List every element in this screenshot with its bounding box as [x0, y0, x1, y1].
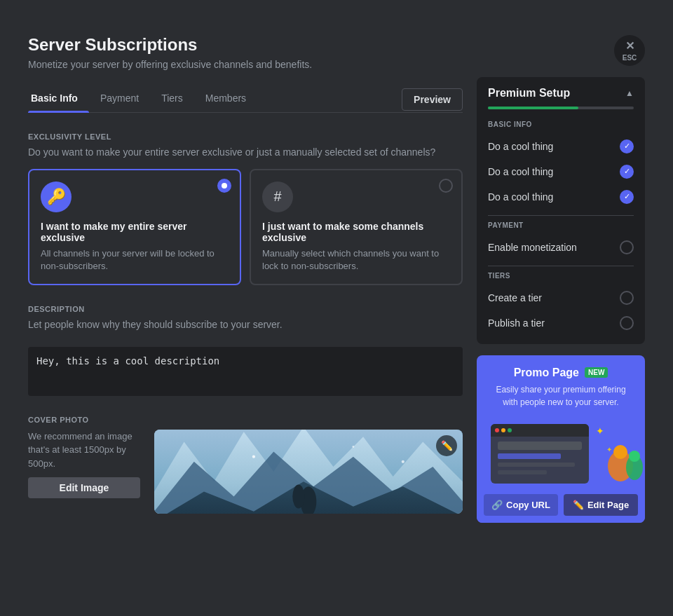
svg-point-14	[508, 428, 512, 432]
exclusivity-card-some[interactable]: # I just want to make some channels excl…	[250, 169, 463, 285]
promo-buttons: 🔗 Copy URL ✏️ Edit Page	[477, 487, 645, 523]
copy-url-label: Copy URL	[506, 500, 550, 510]
setup-payment-item-label: Enable monetization	[488, 242, 577, 253]
exclusivity-cards: 🔑 I want to make my entire server exclus…	[28, 169, 463, 285]
page-subtitle: Monetize your server by offering exclusi…	[28, 59, 463, 70]
cover-photo-section: COVER PHOTO We recommend an image that's…	[28, 416, 463, 514]
svg-point-22	[613, 445, 627, 459]
promo-title: Promo Page	[514, 367, 579, 379]
check-icon-2: ✓	[620, 165, 634, 179]
hash-icon: #	[262, 182, 293, 212]
cover-image-container: ✏️	[154, 430, 463, 514]
setup-item-3: Do a cool thing ✓	[477, 184, 645, 210]
tab-payment[interactable]: Payment	[97, 87, 150, 112]
esc-label: ESC	[623, 54, 637, 62]
setup-item-2-label: Do a cool thing	[488, 166, 553, 177]
svg-point-13	[501, 428, 505, 432]
key-icon: 🔑	[41, 182, 72, 212]
svg-text:✦: ✦	[596, 425, 604, 437]
check-icon-1: ✓	[620, 139, 634, 153]
progress-bar-fill	[488, 107, 578, 109]
divider-1	[488, 215, 634, 216]
description-input[interactable]: Hey, this is a cool description	[28, 347, 463, 396]
edit-page-label: Edit Page	[587, 500, 629, 510]
promo-desc: Easily share your premium offering with …	[488, 383, 634, 409]
new-badge: NEW	[585, 367, 608, 378]
description-label: DESCRIPTION	[28, 305, 463, 313]
promo-illustration: ✦ ✦	[477, 417, 645, 487]
svg-point-6	[252, 455, 255, 458]
circle-payment	[620, 240, 634, 254]
exclusivity-section: EXCLUSIVITY LEVEL Do you want to make yo…	[28, 132, 463, 305]
tabs-bar: Basic Info Payment Tiers Members Preview	[28, 87, 463, 113]
edit-image-button[interactable]: Edit Image	[28, 477, 140, 498]
svg-rect-11	[491, 432, 589, 437]
promo-card: Promo Page NEW Easily share your premium…	[477, 355, 645, 523]
radio-entire	[217, 179, 231, 193]
svg-point-7	[352, 446, 354, 448]
svg-rect-18	[498, 470, 547, 474]
create-tier-label: Create a tier	[488, 292, 542, 303]
preview-button[interactable]: Preview	[402, 88, 463, 111]
close-icon: ✕	[625, 39, 634, 53]
svg-rect-15	[498, 442, 582, 450]
setup-tiers-label: TIERS	[477, 272, 645, 285]
svg-point-24	[629, 451, 640, 462]
setup-item-1: Do a cool thing ✓	[477, 134, 645, 159]
card-title-entire: I want to make my entire server exclusiv…	[41, 221, 229, 243]
circle-create-tier	[620, 291, 634, 305]
svg-rect-17	[498, 463, 575, 467]
cover-photo-hint: We recommend an image that's at least 15…	[28, 430, 140, 471]
setup-item-1-label: Do a cool thing	[488, 141, 553, 152]
pencil-icon: ✏️	[573, 500, 584, 510]
exclusivity-card-entire[interactable]: 🔑 I want to make my entire server exclus…	[28, 169, 241, 285]
publish-tier-label: Publish a tier	[488, 317, 545, 329]
setup-item-publish-tier: Publish a tier	[477, 310, 645, 336]
setup-basic-info-label: BASIC INFO	[477, 121, 645, 134]
card-body-some: Manually select which channels you want …	[262, 247, 450, 273]
premium-setup-title: Premium Setup	[488, 87, 570, 100]
setup-item-create-tier: Create a tier	[477, 285, 645, 310]
setup-item-3-label: Do a cool thing	[488, 191, 553, 203]
exclusivity-desc: Do you want to make your entire server e…	[28, 146, 463, 158]
esc-button[interactable]: ✕ ESC	[614, 35, 645, 66]
setup-item-payment: Enable monetization	[477, 235, 645, 260]
svg-point-12	[495, 428, 499, 432]
copy-url-button[interactable]: 🔗 Copy URL	[484, 494, 558, 516]
circle-publish-tier	[620, 316, 634, 330]
svg-point-8	[402, 460, 405, 463]
exclusivity-label: EXCLUSIVITY LEVEL	[28, 132, 463, 141]
edit-photo-icon-btn[interactable]: ✏️	[436, 435, 457, 456]
card-body-entire: All channels in your server will be lock…	[41, 247, 229, 273]
setup-payment-label: PAYMENT	[477, 221, 645, 235]
cover-photo-label: COVER PHOTO	[28, 416, 463, 424]
setup-item-2: Do a cool thing ✓	[477, 159, 645, 184]
tab-tiers[interactable]: Tiers	[158, 87, 194, 112]
check-icon-3: ✓	[620, 190, 634, 204]
premium-setup-panel: Premium Setup ▲ BASIC INFO Do a cool thi…	[477, 77, 645, 344]
description-section: DESCRIPTION Let people know why they sho…	[28, 305, 463, 399]
progress-bar-track	[488, 107, 634, 109]
svg-point-5	[292, 484, 304, 508]
tab-basic-info[interactable]: Basic Info	[28, 87, 89, 112]
edit-page-button[interactable]: ✏️ Edit Page	[564, 494, 638, 516]
cover-image	[154, 430, 463, 514]
link-icon: 🔗	[491, 500, 503, 510]
card-title-some: I just want to make some channels exclus…	[262, 221, 450, 243]
svg-rect-16	[498, 453, 561, 459]
chevron-up-icon[interactable]: ▲	[625, 88, 634, 98]
tab-members[interactable]: Members	[203, 87, 257, 112]
radio-some	[439, 179, 453, 193]
description-hint: Let people know why they should subscrib…	[28, 319, 463, 330]
svg-text:✦: ✦	[606, 446, 612, 453]
page-title: Server Subscriptions	[28, 35, 463, 55]
divider-2	[488, 266, 634, 266]
